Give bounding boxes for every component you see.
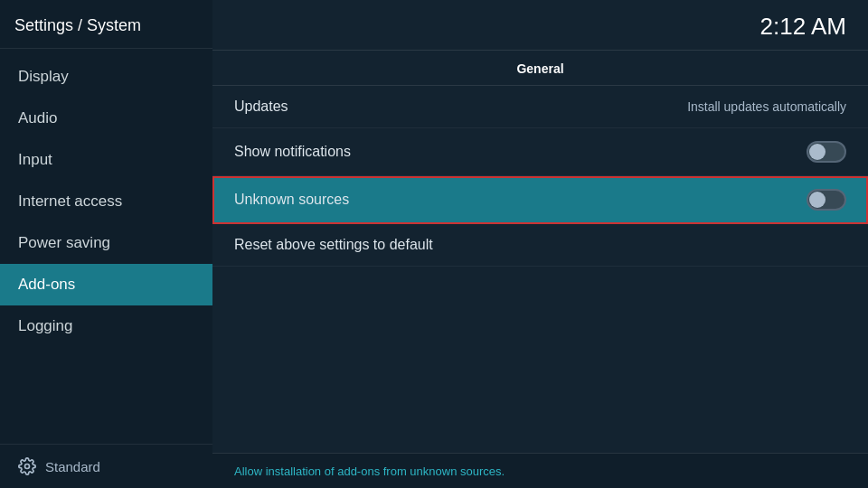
show-notifications-label: Show notifications bbox=[234, 144, 351, 160]
setting-row-show-notifications[interactable]: Show notifications bbox=[212, 128, 868, 176]
topbar: 2:12 AM bbox=[212, 0, 868, 51]
sidebar-item-logging[interactable]: Logging bbox=[0, 305, 212, 347]
updates-label: Updates bbox=[234, 99, 288, 115]
svg-point-0 bbox=[25, 465, 30, 469]
show-notifications-toggle[interactable] bbox=[807, 141, 846, 163]
section-header: General bbox=[212, 51, 868, 86]
standard-label: Standard bbox=[45, 459, 100, 474]
sidebar-item-display[interactable]: Display bbox=[0, 56, 212, 98]
setting-row-unknown-sources[interactable]: Unknown sources bbox=[212, 176, 868, 224]
sidebar: Settings / System Display Audio Input In… bbox=[0, 0, 212, 488]
page-title: Settings / System bbox=[0, 0, 212, 49]
clock: 2:12 AM bbox=[760, 13, 846, 41]
setting-row-updates[interactable]: Updates Install updates automatically bbox=[212, 86, 868, 128]
status-text: Allow installation of add-ons from unkno… bbox=[234, 465, 505, 478]
sidebar-item-power-saving[interactable]: Power saving bbox=[0, 222, 212, 264]
sidebar-item-input[interactable]: Input bbox=[0, 139, 212, 181]
unknown-sources-label: Unknown sources bbox=[234, 192, 349, 208]
unknown-sources-toggle[interactable] bbox=[807, 189, 846, 211]
setting-row-reset[interactable]: Reset above settings to default bbox=[212, 224, 868, 267]
updates-value: Install updates automatically bbox=[687, 99, 846, 114]
content-area: General Updates Install updates automati… bbox=[212, 51, 868, 453]
gear-icon bbox=[18, 457, 36, 475]
status-bar: Allow installation of add-ons from unkno… bbox=[212, 453, 868, 488]
sidebar-item-audio[interactable]: Audio bbox=[0, 98, 212, 139]
sidebar-item-internet-access[interactable]: Internet access bbox=[0, 181, 212, 222]
main-content: 2:12 AM General Updates Install updates … bbox=[212, 0, 868, 488]
sidebar-nav: Display Audio Input Internet access Powe… bbox=[0, 49, 212, 444]
sidebar-footer[interactable]: Standard bbox=[0, 444, 212, 488]
reset-label: Reset above settings to default bbox=[234, 237, 433, 253]
sidebar-item-add-ons[interactable]: Add-ons bbox=[0, 264, 212, 305]
